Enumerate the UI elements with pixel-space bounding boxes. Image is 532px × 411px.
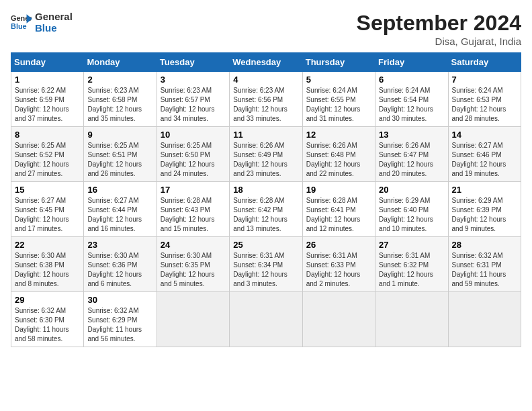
day-info: Sunrise: 6:22 AM Sunset: 6:59 PM Dayligh…: [15, 86, 80, 124]
svg-text:Blue: Blue: [11, 22, 27, 30]
location: Disa, Gujarat, India: [357, 36, 521, 47]
page-header: General Blue General Blue September 2024…: [11, 11, 521, 47]
day-info: Sunrise: 6:32 AM Sunset: 6:30 PM Dayligh…: [15, 306, 80, 344]
day-info: Sunrise: 6:28 AM Sunset: 6:43 PM Dayligh…: [161, 196, 226, 234]
day-number: 4: [233, 75, 298, 85]
day-cell-29: 29 Sunrise: 6:32 AM Sunset: 6:30 PM Dayl…: [11, 292, 84, 347]
day-number: 23: [87, 240, 152, 250]
empty-cell: [375, 292, 448, 347]
day-number: 15: [15, 185, 80, 195]
day-info: Sunrise: 6:30 AM Sunset: 6:35 PM Dayligh…: [161, 251, 226, 289]
day-number: 5: [306, 75, 371, 85]
day-info: Sunrise: 6:25 AM Sunset: 6:51 PM Dayligh…: [87, 141, 152, 179]
day-cell-17: 17 Sunrise: 6:28 AM Sunset: 6:43 PM Dayl…: [157, 182, 229, 237]
day-number: 25: [233, 240, 298, 250]
day-cell-7: 7 Sunrise: 6:24 AM Sunset: 6:53 PM Dayli…: [448, 72, 521, 127]
day-cell-10: 10 Sunrise: 6:25 AM Sunset: 6:50 PM Dayl…: [157, 127, 229, 182]
day-cell-30: 30 Sunrise: 6:32 AM Sunset: 6:29 PM Dayl…: [84, 292, 157, 347]
day-cell-21: 21 Sunrise: 6:29 AM Sunset: 6:39 PM Dayl…: [448, 182, 521, 237]
day-cell-23: 23 Sunrise: 6:30 AM Sunset: 6:36 PM Dayl…: [84, 237, 157, 292]
day-cell-16: 16 Sunrise: 6:27 AM Sunset: 6:44 PM Dayl…: [84, 182, 157, 237]
day-info: Sunrise: 6:31 AM Sunset: 6:32 PM Dayligh…: [379, 251, 444, 289]
week-row-3: 15 Sunrise: 6:27 AM Sunset: 6:45 PM Dayl…: [11, 182, 521, 237]
day-info: Sunrise: 6:29 AM Sunset: 6:40 PM Dayligh…: [379, 196, 444, 234]
day-info: Sunrise: 6:30 AM Sunset: 6:36 PM Dayligh…: [87, 251, 152, 289]
day-number: 30: [87, 295, 152, 305]
empty-cell: [230, 292, 302, 347]
day-cell-5: 5 Sunrise: 6:24 AM Sunset: 6:55 PM Dayli…: [302, 72, 375, 127]
day-cell-27: 27 Sunrise: 6:31 AM Sunset: 6:32 PM Dayl…: [375, 237, 448, 292]
day-number: 10: [161, 130, 226, 140]
day-cell-9: 9 Sunrise: 6:25 AM Sunset: 6:51 PM Dayli…: [84, 127, 157, 182]
day-info: Sunrise: 6:31 AM Sunset: 6:33 PM Dayligh…: [306, 251, 371, 289]
day-number: 21: [452, 185, 517, 195]
day-number: 16: [87, 185, 152, 195]
logo-blue: Blue: [35, 22, 73, 34]
day-cell-3: 3 Sunrise: 6:23 AM Sunset: 6:57 PM Dayli…: [157, 72, 229, 127]
day-number: 26: [306, 240, 371, 250]
day-number: 1: [15, 75, 80, 85]
day-info: Sunrise: 6:24 AM Sunset: 6:54 PM Dayligh…: [379, 86, 444, 124]
day-info: Sunrise: 6:26 AM Sunset: 6:48 PM Dayligh…: [306, 141, 371, 179]
day-info: Sunrise: 6:31 AM Sunset: 6:34 PM Dayligh…: [233, 251, 298, 289]
day-info: Sunrise: 6:25 AM Sunset: 6:50 PM Dayligh…: [161, 141, 226, 179]
empty-cell: [302, 292, 375, 347]
header-wednesday: Wednesday: [230, 53, 302, 72]
day-cell-15: 15 Sunrise: 6:27 AM Sunset: 6:45 PM Dayl…: [11, 182, 84, 237]
day-number: 28: [452, 240, 517, 250]
day-info: Sunrise: 6:23 AM Sunset: 6:57 PM Dayligh…: [161, 86, 226, 124]
logo: General Blue General Blue: [11, 11, 73, 34]
day-number: 17: [161, 185, 226, 195]
week-row-4: 22 Sunrise: 6:30 AM Sunset: 6:38 PM Dayl…: [11, 237, 521, 292]
day-number: 13: [379, 130, 444, 140]
day-cell-24: 24 Sunrise: 6:30 AM Sunset: 6:35 PM Dayl…: [157, 237, 229, 292]
day-cell-18: 18 Sunrise: 6:28 AM Sunset: 6:42 PM Dayl…: [230, 182, 302, 237]
day-cell-4: 4 Sunrise: 6:23 AM Sunset: 6:56 PM Dayli…: [230, 72, 302, 127]
day-info: Sunrise: 6:25 AM Sunset: 6:52 PM Dayligh…: [15, 141, 80, 179]
day-info: Sunrise: 6:28 AM Sunset: 6:41 PM Dayligh…: [306, 196, 371, 234]
day-info: Sunrise: 6:24 AM Sunset: 6:55 PM Dayligh…: [306, 86, 371, 124]
logo-general: General: [35, 11, 73, 22]
day-number: 14: [452, 130, 517, 140]
header-row: SundayMondayTuesdayWednesdayThursdayFrid…: [11, 53, 521, 72]
header-tuesday: Tuesday: [157, 53, 229, 72]
day-cell-8: 8 Sunrise: 6:25 AM Sunset: 6:52 PM Dayli…: [11, 127, 84, 182]
day-info: Sunrise: 6:32 AM Sunset: 6:31 PM Dayligh…: [452, 251, 517, 289]
day-info: Sunrise: 6:28 AM Sunset: 6:42 PM Dayligh…: [233, 196, 298, 234]
day-info: Sunrise: 6:26 AM Sunset: 6:47 PM Dayligh…: [379, 141, 444, 179]
month-title: September 2024: [357, 11, 521, 36]
day-info: Sunrise: 6:23 AM Sunset: 6:58 PM Dayligh…: [87, 86, 152, 124]
day-number: 24: [161, 240, 226, 250]
logo-icon: General Blue: [11, 13, 32, 32]
day-info: Sunrise: 6:29 AM Sunset: 6:39 PM Dayligh…: [452, 196, 517, 234]
header-sunday: Sunday: [11, 53, 84, 72]
day-cell-12: 12 Sunrise: 6:26 AM Sunset: 6:48 PM Dayl…: [302, 127, 375, 182]
day-number: 20: [379, 185, 444, 195]
day-info: Sunrise: 6:24 AM Sunset: 6:53 PM Dayligh…: [452, 86, 517, 124]
week-row-5: 29 Sunrise: 6:32 AM Sunset: 6:30 PM Dayl…: [11, 292, 521, 347]
header-friday: Friday: [375, 53, 448, 72]
header-saturday: Saturday: [448, 53, 521, 72]
week-row-1: 1 Sunrise: 6:22 AM Sunset: 6:59 PM Dayli…: [11, 72, 521, 127]
day-number: 22: [15, 240, 80, 250]
week-row-2: 8 Sunrise: 6:25 AM Sunset: 6:52 PM Dayli…: [11, 127, 521, 182]
day-info: Sunrise: 6:30 AM Sunset: 6:38 PM Dayligh…: [15, 251, 80, 289]
day-number: 8: [15, 130, 80, 140]
day-number: 19: [306, 185, 371, 195]
day-info: Sunrise: 6:27 AM Sunset: 6:45 PM Dayligh…: [15, 196, 80, 234]
day-cell-1: 1 Sunrise: 6:22 AM Sunset: 6:59 PM Dayli…: [11, 72, 84, 127]
day-number: 6: [379, 75, 444, 85]
day-number: 27: [379, 240, 444, 250]
day-cell-11: 11 Sunrise: 6:26 AM Sunset: 6:49 PM Dayl…: [230, 127, 302, 182]
day-number: 18: [233, 185, 298, 195]
day-cell-19: 19 Sunrise: 6:28 AM Sunset: 6:41 PM Dayl…: [302, 182, 375, 237]
day-cell-22: 22 Sunrise: 6:30 AM Sunset: 6:38 PM Dayl…: [11, 237, 84, 292]
day-info: Sunrise: 6:23 AM Sunset: 6:56 PM Dayligh…: [233, 86, 298, 124]
day-cell-20: 20 Sunrise: 6:29 AM Sunset: 6:40 PM Dayl…: [375, 182, 448, 237]
day-cell-6: 6 Sunrise: 6:24 AM Sunset: 6:54 PM Dayli…: [375, 72, 448, 127]
empty-cell: [448, 292, 521, 347]
header-thursday: Thursday: [302, 53, 375, 72]
day-number: 12: [306, 130, 371, 140]
day-info: Sunrise: 6:32 AM Sunset: 6:29 PM Dayligh…: [87, 306, 152, 344]
header-monday: Monday: [84, 53, 157, 72]
